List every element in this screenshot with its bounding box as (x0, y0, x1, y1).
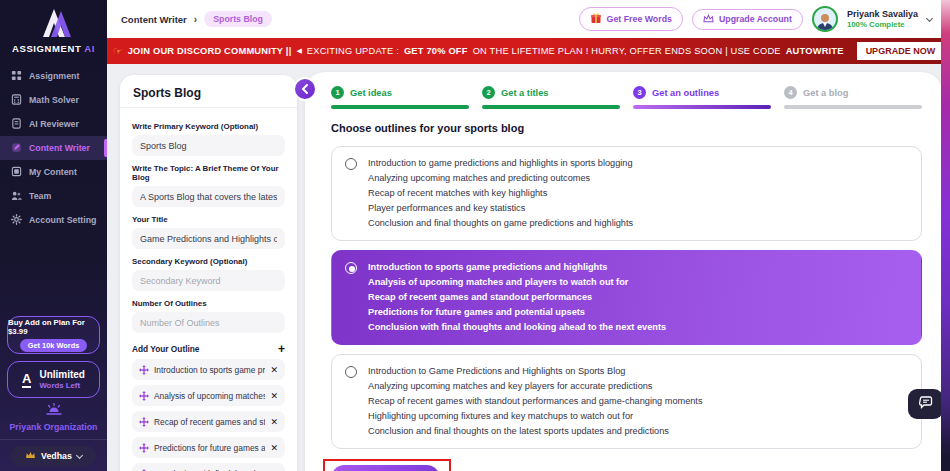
sidebar-item-assignment[interactable]: Assignment (0, 64, 107, 88)
add-outline-row: Add Your Outline + (132, 344, 285, 354)
sidebar-divider (0, 439, 107, 440)
gear-icon (11, 214, 22, 227)
outline-line: Recap of recent games and standout perfo… (368, 290, 908, 305)
outline-chip[interactable]: Predictions for future games and poter ✕ (132, 437, 285, 458)
breadcrumb: Content Writer › Sports Blog (121, 11, 272, 27)
banner-promo-code: AUTOWRITE (786, 46, 844, 56)
banner-update-text: EXCITING UPDATE : (307, 46, 399, 56)
step-progress-bar (784, 105, 922, 109)
title-label: Your Title (132, 215, 285, 224)
step-get-blog[interactable]: 4 Get a blog (784, 86, 922, 109)
crown-icon (703, 14, 714, 25)
chevron-down-icon[interactable] (926, 14, 933, 21)
remove-icon[interactable]: ✕ (270, 391, 278, 401)
breadcrumb-parent[interactable]: Content Writer (121, 14, 187, 25)
secondary-keyword-input[interactable] (132, 270, 285, 291)
banner-offer-highlight: GET 70% OFF (404, 46, 468, 56)
outline-chip[interactable]: Analysis of upcoming matches and play ✕ (132, 385, 285, 406)
radio-checked-icon[interactable] (345, 262, 357, 274)
sunrise-icon (45, 402, 63, 420)
sidebar-item-team[interactable]: Team (0, 184, 107, 208)
outline-line: Recap of recent games with standout perf… (368, 394, 908, 409)
chevron-down-icon (76, 451, 83, 458)
plan-logo: A (22, 372, 31, 388)
logo: ASSIGNMENT AI (0, 0, 107, 54)
outline-option-text: Introduction to sports game predictions … (368, 260, 908, 335)
remove-icon[interactable]: ✕ (270, 365, 278, 375)
primary-keyword-input[interactable] (132, 135, 285, 156)
outline-line: Predictions for future games and potenti… (368, 305, 908, 320)
sidebar-item-math-solver[interactable]: Math Solver (0, 88, 107, 112)
outline-chip[interactable]: Conclusion with final thoughts and lool … (132, 463, 285, 471)
add-outline-icon[interactable]: + (278, 344, 285, 354)
user-status: 100% Complete (847, 20, 918, 29)
sidebar-item-account-setting[interactable]: Account Setting (0, 208, 107, 232)
step-progress-bar (331, 105, 469, 109)
outline-chip-text: Recap of recent games and standout p (154, 417, 265, 427)
chat-bubble-icon (919, 395, 933, 413)
step-label: Get a titles (501, 88, 549, 98)
avatar[interactable] (812, 6, 838, 32)
get-words-button[interactable]: Get 10k Words (20, 339, 88, 352)
step-get-outlines[interactable]: 3 Get an outlines (633, 86, 771, 109)
banner-offer-text: ON THE LIFETIME PLAN ! HURRY, OFFER ENDS… (473, 46, 781, 56)
buy-addon-box: Buy Add on Plan For $3.99 Get 10k Words (7, 316, 100, 354)
topic-label: Write The Topic: A Brief Theme Of Your B… (132, 164, 285, 182)
topic-input[interactable] (132, 186, 285, 207)
outline-line: Highlighting upcoming fixtures and key m… (368, 409, 908, 424)
chat-button[interactable] (908, 389, 943, 419)
upgrade-now-button[interactable]: UPGRADE NOW (857, 42, 945, 60)
outline-line: Conclusion and final thoughts on the lat… (368, 424, 908, 439)
form-title: Sports Blog (120, 75, 297, 108)
radio-icon[interactable] (345, 366, 357, 378)
title-input[interactable] (132, 228, 285, 249)
sidebar-item-label: Math Solver (29, 95, 79, 105)
drag-handle-icon (139, 439, 149, 457)
remove-icon[interactable]: ✕ (270, 443, 278, 453)
step-get-titles[interactable]: 2 Get a titles (482, 86, 620, 109)
generate-blog-button[interactable]: Generate Blog (331, 465, 440, 471)
sidebar-item-my-content[interactable]: My Content (0, 160, 107, 184)
sidebar-item-ai-reviewer[interactable]: AI Reviewer (0, 112, 107, 136)
sidebar-item-label: Content Writer (29, 143, 90, 153)
back-button[interactable] (293, 77, 317, 101)
step-number: 1 (331, 86, 344, 99)
upgrade-account-label: Upgrade Account (719, 14, 792, 24)
outline-option-2-selected[interactable]: Introduction to sports game predictions … (331, 250, 922, 345)
workspace-selector[interactable]: Vedhas (11, 446, 96, 466)
blog-form-panel: Sports Blog Write Primary Keyword (Optio… (120, 75, 297, 471)
outline-count-input[interactable] (132, 312, 285, 333)
upgrade-account-button[interactable]: Upgrade Account (692, 9, 803, 30)
outline-line: Player performances and key statistics (368, 201, 908, 216)
outline-chip[interactable]: Introduction to sports game prediction ✕ (132, 359, 285, 380)
banner-discord-text[interactable]: JOIN OUR DISCORD COMMUNITY || (128, 46, 292, 56)
app-root: ASSIGNMENT AI Assignment Math Solver AI … (0, 0, 950, 471)
promo-banner: ☞ JOIN OUR DISCORD COMMUNITY || ◀ EXCITI… (107, 38, 950, 64)
left-arrow-icon: ◀ (296, 47, 301, 55)
step-label: Get a blog (803, 88, 848, 98)
radio-icon[interactable] (345, 158, 357, 170)
pointing-hand-icon: ☞ (113, 45, 123, 58)
outline-line: Introduction to game predictions and hig… (368, 156, 908, 171)
calculator-icon (11, 94, 22, 107)
outline-option-1[interactable]: Introduction to game predictions and hig… (331, 146, 922, 241)
outline-option-3[interactable]: Introduction to Game Predictions and Hig… (331, 354, 922, 449)
sidebar: ASSIGNMENT AI Assignment Math Solver AI … (0, 0, 107, 471)
get-free-words-button[interactable]: Get Free Words (579, 7, 683, 31)
outline-line: Conclusion with final thoughts and looki… (368, 320, 908, 335)
step-number: 3 (633, 86, 646, 99)
sidebar-item-label: Account Setting (29, 215, 96, 225)
outline-chip[interactable]: Recap of recent games and standout p ✕ (132, 411, 285, 432)
brand-logo-icon (33, 7, 75, 41)
sidebar-item-content-writer[interactable]: Content Writer (0, 136, 107, 160)
breadcrumb-separator-icon: › (194, 14, 197, 25)
step-get-ideas[interactable]: 1 Get ideas (331, 86, 469, 109)
step-progress-bar (633, 105, 771, 109)
plan-title: Unlimited (39, 369, 85, 380)
user-info[interactable]: Priyank Savaliya 100% Complete (847, 9, 918, 29)
wizard-stepper: 1 Get ideas 2 Get a titles 3 Get an outl… (331, 86, 922, 109)
remove-icon[interactable]: ✕ (270, 417, 278, 427)
team-icon (11, 190, 22, 203)
sidebar-item-label: My Content (29, 167, 77, 177)
step-progress-bar (482, 105, 620, 109)
